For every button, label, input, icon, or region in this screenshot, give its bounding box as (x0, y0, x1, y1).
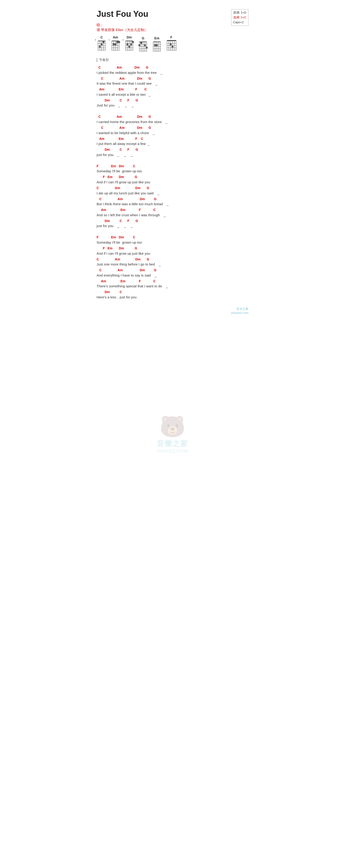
lyric-3-6: just for you _ _ _ (97, 223, 248, 229)
watermark-icon: 🐻 (157, 414, 188, 439)
svg-text:4: 4 (172, 46, 173, 48)
lyric-4-2: And if I can I'll grow up just like you (97, 251, 248, 256)
chord-1-2: C Am Dm G (97, 76, 248, 81)
lyric-3-2: And if I can I'll grow up just like you (97, 180, 248, 185)
chord-3-2: F Em Dm G (97, 175, 248, 180)
section-label: 节奏型 (97, 58, 248, 62)
watermark-overlay: 🐻 音樂之家 YINYUEZJ.COM (157, 414, 188, 454)
lyric-1-2: It was the finest one that I could see _ (97, 81, 248, 86)
capo: Capo=2 (233, 20, 246, 25)
lyric-1-4: Just for you _ _ _ (97, 103, 248, 108)
bottom-watermark: 音乐之家 yinyuezi.com (97, 307, 248, 314)
chord-diagram-Dm: Dm × (124, 35, 134, 53)
lyric-1-1: I picked the reddest apple from the tree… (97, 70, 248, 75)
key-info-box: 原调: 1=D 选调: 1=C Capo=2 (231, 9, 248, 26)
chord-4-1: F Em Dm C (97, 235, 248, 240)
svg-text:2: 2 (101, 44, 102, 45)
verse-1: C Am Dm G I picked the reddest apple fro… (97, 65, 248, 108)
lyric-3-5: And so I left the crust when I was throu… (97, 212, 248, 218)
svg-text:2: 2 (131, 44, 131, 45)
chord-3-1: F Em Dm C (97, 164, 248, 168)
svg-text:1: 1 (141, 42, 142, 44)
chord-2-1: C Am Dm G (97, 115, 248, 119)
chord-4-4: C Am Dm G (97, 268, 248, 273)
singer-label: 唱： (97, 23, 103, 27)
svg-text:1: 1 (119, 41, 120, 43)
lyric-3-3: I ate up all my lunch just like you said… (97, 190, 248, 196)
watermark-url: YINYUEZJ.COM (157, 449, 188, 454)
svg-text:1: 1 (103, 41, 104, 43)
chord-grid-C: 1 2 3 (97, 39, 107, 52)
chord-1-3: Am Em F C (97, 87, 248, 92)
chord-2-3: Am Em F C (97, 137, 248, 141)
watermark-text: 音樂之家 (157, 439, 188, 449)
chord-diagram-Am: Am × (111, 35, 121, 53)
svg-text:4: 4 (127, 44, 128, 45)
svg-text:3: 3 (99, 46, 100, 48)
chord-2-2: C Am Dm G (97, 126, 248, 130)
chord-grid-Am: 1 2 3 4 (111, 39, 121, 52)
chord-3-4: C Am Dm G (97, 197, 248, 202)
svg-text:2: 2 (117, 41, 118, 43)
lyric-4-4: And everything I have to say is said _ (97, 273, 248, 278)
svg-text:2: 2 (170, 44, 171, 45)
chord-diagram-G: G 4 3 1 2 (138, 36, 148, 53)
chord-diagrams: C × (97, 35, 248, 53)
lyric-2-2: I wanted to be helpful with a chore _ (97, 130, 248, 136)
chord-1-4: Dm C F G (97, 98, 248, 103)
lyric-3-4: But I think there was a little too much … (97, 201, 248, 207)
chord-3-3: C Am Dm G (97, 186, 248, 190)
svg-text:1: 1 (155, 44, 155, 46)
bottom-watermark-text: 音乐之家 (97, 307, 248, 311)
svg-text:3: 3 (129, 46, 130, 48)
transcriber-line: 谱 琴友部落 Ellen（为女儿定制） (97, 28, 248, 32)
lyric-2-3: I put them all away except a few _ (97, 141, 248, 147)
chord-4-2: F Em Dm G (97, 246, 248, 251)
verse-3: F Em Dm C Someday I'll be grown up too F… (97, 164, 248, 229)
svg-text:2: 2 (156, 44, 157, 46)
svg-text:4: 4 (146, 47, 147, 49)
chord-grid-Dm: 1 2 3 4 (124, 39, 134, 52)
page-title: Just Fou You (97, 9, 248, 19)
lyric-3-1: Someday I'll be grown up too (97, 168, 248, 174)
lyric-2-4: just for you _ _ _ (97, 152, 248, 158)
svg-text:1: 1 (132, 41, 133, 43)
chord-4-5: Am Em F C (97, 279, 248, 284)
chord-1-1: C Am Dm G (97, 65, 248, 70)
singer-line: 唱： (97, 23, 248, 27)
lyric-4-6: Here's a kiss，just for you (97, 294, 248, 300)
original-key: 原调: 1=D (233, 10, 246, 15)
verse-4: F Em Dm C Someday I'll be grown up too F… (97, 235, 248, 300)
lyric-1-3: I saved it all except a bite or two _ (97, 92, 248, 97)
lyric-4-1: Someday I'll be grown up too (97, 240, 248, 245)
chord-3-6: Dm C F G (97, 219, 248, 223)
transcriber-label: 谱 (97, 28, 100, 32)
chord-4-6: Dm C (97, 290, 248, 294)
chord-grid-G: 4 3 1 2 (138, 40, 148, 53)
svg-text:2: 2 (139, 44, 140, 46)
svg-text:3: 3 (145, 44, 145, 46)
chord-diagram-Em: Em 2 1 (152, 36, 162, 53)
chord-4-3: C Am Dm G (97, 257, 248, 262)
lyric-4-5: There's something special that I want to… (97, 283, 248, 289)
chord-diagram-F: F (166, 35, 177, 53)
chord-grid-F: 2 4 (166, 39, 177, 52)
chord-2-4: Dm C F G (97, 148, 248, 152)
chord-diagram-C: C × (97, 35, 107, 53)
lyric-4-3: Just one more thing before I go to bed _ (97, 261, 248, 267)
chord-grid-Em: 2 1 (152, 40, 162, 53)
lyric-2-1: I carried home the groceries from the st… (97, 119, 248, 125)
svg-text:4: 4 (113, 44, 114, 45)
transcriber-name: 琴友部落 Ellen（为女儿定制） (101, 28, 148, 32)
bottom-watermark-url: yinyuezi.com (97, 311, 248, 314)
svg-text:3: 3 (115, 44, 116, 45)
selected-key: 选调: 1=C (233, 15, 246, 20)
verse-2: C Am Dm G I carried home the groceries f… (97, 115, 248, 157)
chord-3-5: Am Em F C (97, 208, 248, 212)
